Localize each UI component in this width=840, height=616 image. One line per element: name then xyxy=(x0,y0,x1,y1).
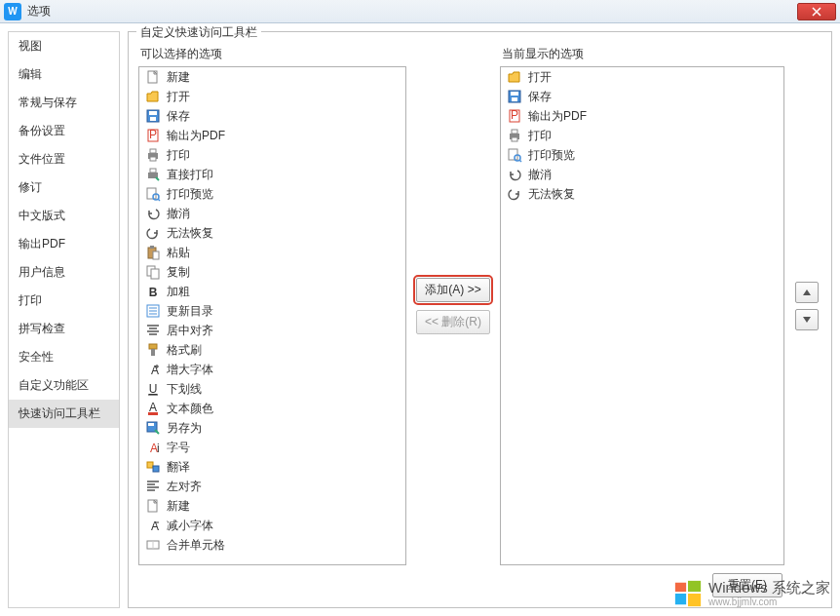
list-item[interactable]: 复制 xyxy=(139,262,405,282)
list-item[interactable]: 直接打印 xyxy=(139,165,405,184)
list-item[interactable]: 打印预览 xyxy=(501,145,783,165)
list-item[interactable]: 居中对齐 xyxy=(139,321,405,340)
list-item-label: 左对齐 xyxy=(167,479,202,495)
list-item[interactable]: 打印 xyxy=(501,126,783,145)
sidebar-item[interactable]: 打印 xyxy=(9,287,119,315)
list-item-label: 更新目录 xyxy=(167,303,213,320)
list-item-label: 加粗 xyxy=(167,284,190,300)
reset-button[interactable]: 重置(E) xyxy=(712,573,783,597)
svg-text:A: A xyxy=(149,401,157,414)
list-item[interactable]: 左对齐 xyxy=(139,477,405,496)
sidebar-item[interactable]: 拼写检查 xyxy=(9,315,119,343)
list-item[interactable]: 打开 xyxy=(501,67,783,87)
list-item[interactable]: 打印预览 xyxy=(139,184,405,204)
current-label: 当前显示的选项 xyxy=(500,46,784,62)
list-item[interactable]: 打开 xyxy=(139,87,405,106)
available-listbox[interactable]: 新建打开保存P输出为PDF打印直接打印打印预览撤消无法恢复粘贴复制B加粗更新目录… xyxy=(138,66,406,565)
sidebar-item[interactable]: 编辑 xyxy=(9,60,119,89)
list-item[interactable]: 保存 xyxy=(501,87,783,106)
sidebar-item[interactable]: 视图 xyxy=(9,32,119,60)
sidebar-item[interactable]: 备份设置 xyxy=(9,117,119,145)
sidebar-item[interactable]: 输出PDF xyxy=(9,230,119,258)
sidebar-item[interactable]: 安全性 xyxy=(9,343,119,371)
list-item[interactable]: A减小字体 xyxy=(139,516,405,535)
svg-text:i: i xyxy=(157,442,160,455)
app-icon: W xyxy=(4,3,21,20)
font-inc-icon: A xyxy=(145,362,161,377)
list-item[interactable]: 合并单元格 xyxy=(139,535,405,555)
add-button[interactable]: 添加(A) >> xyxy=(416,278,489,302)
move-up-button[interactable] xyxy=(795,282,819,303)
list-item[interactable]: B加粗 xyxy=(139,282,405,301)
sidebar-item[interactable]: 用户信息 xyxy=(9,258,119,287)
svg-rect-21 xyxy=(151,349,155,356)
list-item-label: 无法恢复 xyxy=(528,186,575,203)
list-item[interactable]: 粘贴 xyxy=(139,243,405,262)
font-dec-icon: A xyxy=(145,518,161,533)
list-item[interactable]: 无法恢复 xyxy=(501,184,783,204)
svg-rect-8 xyxy=(150,157,156,161)
svg-rect-41 xyxy=(512,130,517,134)
sidebar-item[interactable]: 修订 xyxy=(9,173,119,202)
arrow-up-icon xyxy=(803,289,811,295)
close-button[interactable] xyxy=(797,3,836,20)
svg-rect-25 xyxy=(148,412,158,415)
open-icon xyxy=(507,69,522,85)
list-item-label: 打印预览 xyxy=(528,147,575,164)
list-item[interactable]: 另存为 xyxy=(139,418,405,438)
list-item[interactable]: 撤消 xyxy=(139,204,405,223)
align-left-icon xyxy=(145,479,161,494)
merge-icon xyxy=(145,537,161,553)
format-painter-icon xyxy=(145,342,161,358)
remove-button[interactable]: << 删除(R) xyxy=(416,310,490,334)
new2-icon xyxy=(145,498,161,514)
main-panel: 自定义快速访问工具栏 可以选择的选项 新建打开保存P输出为PDF打印直接打印打印… xyxy=(128,31,832,608)
pdf-icon: P xyxy=(507,108,522,124)
list-item[interactable]: U下划线 xyxy=(139,379,405,399)
current-listbox[interactable]: 打开保存P输出为PDF打印打印预览撤消无法恢复 xyxy=(500,66,784,565)
svg-text:A: A xyxy=(151,364,159,377)
save-icon xyxy=(507,89,522,104)
list-item-label: 新建 xyxy=(167,69,190,86)
list-item-label: 打开 xyxy=(528,69,552,86)
svg-rect-36 xyxy=(511,92,518,96)
list-item-label: 输出为PDF xyxy=(167,128,225,144)
svg-text:P: P xyxy=(511,108,518,122)
sidebar-item[interactable]: 中文版式 xyxy=(9,202,119,230)
center-icon xyxy=(145,323,161,338)
svg-rect-37 xyxy=(512,97,517,101)
list-item[interactable]: Ai字号 xyxy=(139,438,405,457)
list-item[interactable]: A增大字体 xyxy=(139,360,405,379)
list-item-label: 打印 xyxy=(167,147,190,164)
list-item-label: 无法恢复 xyxy=(167,225,213,242)
toc-icon xyxy=(145,303,161,319)
list-item-label: 复制 xyxy=(167,264,190,281)
svg-rect-2 xyxy=(149,111,157,115)
list-item[interactable]: 新建 xyxy=(139,67,405,87)
underline-icon: U xyxy=(145,381,161,397)
sidebar-item[interactable]: 快速访问工具栏 xyxy=(9,400,119,428)
move-down-button[interactable] xyxy=(795,309,819,330)
list-item[interactable]: 撤消 xyxy=(501,165,783,184)
list-item[interactable]: 更新目录 xyxy=(139,301,405,321)
list-item[interactable]: 保存 xyxy=(139,106,405,126)
list-item[interactable]: A文本颜色 xyxy=(139,399,405,418)
copy-icon xyxy=(145,264,161,280)
list-item-label: 新建 xyxy=(167,498,190,515)
list-item[interactable]: 翻译 xyxy=(139,457,405,477)
pdf-icon: P xyxy=(145,128,161,143)
sidebar-item[interactable]: 常规与保存 xyxy=(9,89,119,117)
list-item[interactable]: 无法恢复 xyxy=(139,223,405,243)
svg-rect-11 xyxy=(147,188,156,199)
list-item[interactable]: P输出为PDF xyxy=(501,106,783,126)
sidebar-item[interactable]: 文件位置 xyxy=(9,145,119,173)
font-color-icon: A xyxy=(145,401,161,416)
sidebar-item[interactable]: 自定义功能区 xyxy=(9,371,119,400)
list-item[interactable]: 新建 xyxy=(139,496,405,516)
list-item-label: 翻译 xyxy=(167,459,190,476)
list-item[interactable]: 打印 xyxy=(139,145,405,165)
new-icon xyxy=(145,69,161,85)
list-item[interactable]: 格式刷 xyxy=(139,340,405,360)
list-item[interactable]: P输出为PDF xyxy=(139,126,405,145)
reorder-buttons xyxy=(792,46,821,565)
